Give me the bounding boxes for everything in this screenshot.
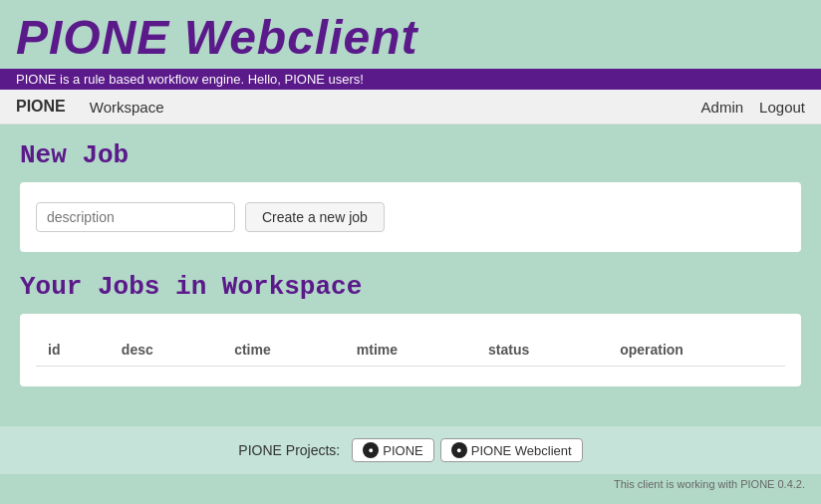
footer-pione-link[interactable]: ● PIONE: [352, 438, 433, 462]
nav-brand: PIONE: [16, 98, 66, 116]
col-id: id: [36, 334, 110, 367]
footer: PIONE Projects: ● PIONE ● PIONE Webclien…: [0, 426, 821, 474]
new-job-form: Create a new job: [36, 202, 785, 232]
footer-pione-webclient-link[interactable]: ● PIONE Webclient: [440, 438, 583, 462]
description-input[interactable]: [36, 202, 235, 232]
col-desc: desc: [110, 334, 222, 367]
table-header-row: id desc ctime mtime status operation: [36, 334, 785, 367]
announcement-text: PIONE is a rule based workflow engine. H…: [16, 72, 364, 87]
version-text: This client is working with PIONE 0.4.2.: [0, 474, 821, 496]
logo-section: PIONE Webclient: [0, 0, 821, 69]
new-job-card: Create a new job: [20, 182, 801, 252]
nav-admin-link[interactable]: Admin: [701, 99, 744, 116]
jobs-table: id desc ctime mtime status operation: [36, 334, 785, 367]
create-job-button[interactable]: Create a new job: [245, 202, 385, 232]
nav-left: PIONE Workspace: [16, 98, 701, 116]
nav-workspace-link[interactable]: Workspace: [90, 99, 164, 116]
col-ctime: ctime: [222, 334, 345, 367]
footer-pione-label: PIONE: [383, 443, 422, 458]
main-content: New Job Create a new job Your Jobs in Wo…: [0, 125, 821, 422]
navbar: PIONE Workspace Admin Logout: [0, 90, 821, 125]
nav-logout-link[interactable]: Logout: [759, 99, 805, 116]
col-mtime: mtime: [345, 334, 476, 367]
footer-label: PIONE Projects:: [238, 442, 340, 458]
col-status: status: [476, 334, 608, 367]
version-label: This client is working with PIONE 0.4.2.: [614, 478, 805, 490]
app-logo: PIONE Webclient: [16, 10, 805, 65]
jobs-heading: Your Jobs in Workspace: [20, 272, 801, 302]
footer-pione-webclient-label: PIONE Webclient: [471, 443, 572, 458]
announcement-bar: PIONE is a rule based workflow engine. H…: [0, 69, 821, 90]
footer-links: ● PIONE ● PIONE Webclient: [352, 438, 582, 462]
nav-right: Admin Logout: [701, 99, 805, 116]
pione-webclient-icon: ●: [451, 442, 467, 458]
jobs-card: id desc ctime mtime status operation: [20, 314, 801, 386]
pione-icon: ●: [363, 442, 379, 458]
col-operation: operation: [608, 334, 785, 367]
new-job-heading: New Job: [20, 140, 801, 170]
